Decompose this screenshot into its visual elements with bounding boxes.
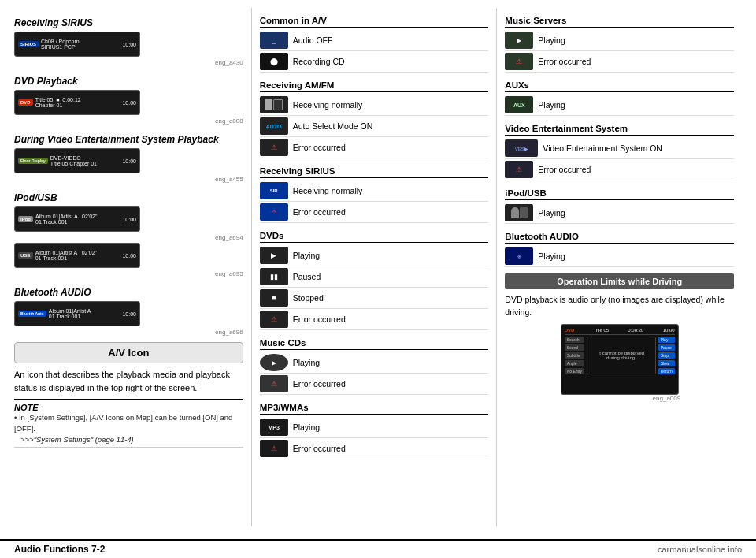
- aux-row-0: AUX Playing: [505, 95, 734, 116]
- dvd-info: Title 05 ■ 0:00:12Chapter 01: [35, 97, 81, 108]
- op-limits-box: Operation Limits while Driving: [505, 273, 734, 289]
- av-icon-box: A/V Icon: [14, 342, 243, 363]
- ves-err-icon: ⚠: [516, 166, 522, 173]
- dvds-row-1: ▮▮ Paused: [260, 266, 489, 288]
- dvd-op-logo: DVD: [565, 328, 575, 333]
- section-common-av-title: Common in A/V: [260, 16, 489, 28]
- dvd-op-time: 0:00:20: [628, 328, 643, 333]
- usb-logo: USB: [18, 252, 33, 259]
- icon-rec-cd: ⬤: [260, 53, 288, 70]
- ipod-logo: iPod: [18, 216, 33, 222]
- screen-video: Floor Display DVD-VIDEOTitle 05 Chapter …: [14, 148, 140, 173]
- ipod-usb-row-0: Playing: [505, 203, 734, 224]
- ves-desc-1: Error occurred: [538, 165, 591, 174]
- icon-dvd-err: ⚠: [260, 311, 288, 328]
- dvd-op-titleinfo: Title 05: [594, 328, 609, 333]
- musiccd-row-1: ⚠ Error occurred: [260, 374, 489, 395]
- section-musiccd-title: Music CDs: [260, 338, 489, 350]
- section-mp3-title: MP3/WMAs: [260, 403, 489, 415]
- av-icon-body: An icon that describes the playback medi…: [14, 368, 243, 394]
- eng-video: eng_a455: [14, 176, 243, 183]
- dvds-row-2: ■ Stopped: [260, 288, 489, 309]
- dvd-op-header: DVD Title 05 0:00:20 10:00: [565, 328, 675, 335]
- dvd-pause-icon: ▮▮: [270, 273, 278, 281]
- icon-ms-err: ⚠: [505, 53, 533, 70]
- op-limits-body: DVD playback is audio only (no images ar…: [505, 294, 734, 319]
- video-logo: Floor Display: [18, 158, 48, 164]
- dvds-desc-0: Playing: [293, 251, 320, 260]
- eng-bt: eng_a696: [14, 329, 243, 336]
- icon-dvd-pause: ▮▮: [260, 268, 288, 285]
- btn-return: Return: [658, 368, 675, 374]
- bt-logo: Bluetth Auto: [18, 311, 46, 317]
- section-bt-audio-title: Bluetooth AUDIO: [505, 232, 734, 244]
- dvd-logo: DVD: [18, 99, 33, 106]
- dvd-op-center-text: It cannot be displayedduring driving.: [598, 351, 644, 360]
- menu-sound: Sound: [565, 344, 584, 351]
- bt-audio-row-0: ⎈ Playing: [505, 246, 734, 267]
- screen-ipod: iPod Album 01|Artist A 02'02"01 Track 00…: [14, 206, 140, 232]
- sirius-logo: SIRIUS: [18, 41, 39, 47]
- menu-search: Search: [565, 337, 584, 343]
- mp3-err-icon: ⚠: [271, 445, 277, 452]
- screen-bt: Bluetth Auto Album 01|Artist A01 Track 0…: [14, 301, 140, 326]
- ms-row-0: ▶ Playing: [505, 30, 734, 51]
- sirius-normal-icon: SIR: [270, 188, 278, 193]
- dvd-op-menu: Search Sound Subtitle Angle No Entry: [565, 337, 584, 374]
- av-icon-title: A/V Icon: [108, 347, 149, 359]
- dvd-err-icon: ⚠: [271, 315, 277, 323]
- op-limits-title: Operation Limits while Driving: [557, 277, 682, 286]
- video-time: 10:00: [122, 158, 136, 164]
- common-av-row-1: ⬤ Recording CD: [260, 51, 489, 73]
- video-info: DVD-VIDEOTitle 05 Chapter 01: [50, 155, 97, 166]
- section-auxs-title: AUXs: [505, 80, 734, 92]
- section-receiving-sirius-title: Receiving SIRIUS: [14, 17, 243, 28]
- auto-icon: AUTO: [266, 124, 282, 129]
- section-rec-sirius-title: Receiving SIRIUS: [260, 166, 489, 178]
- ipod-info: Album 01|Artist A 02'02"01 Track 001: [35, 214, 97, 225]
- rec-cd-icon: ⬤: [270, 58, 278, 65]
- common-av-desc-0: Audio OFF: [293, 35, 333, 45]
- dvds-row-3: ⚠ Error occurred: [260, 309, 489, 330]
- recsirius-desc-0: Receiving normally: [293, 186, 363, 195]
- common-av-desc-1: Recording CD: [293, 57, 345, 66]
- ms-row-1: ⚠ Error occurred: [505, 51, 734, 73]
- dvd-play-icon: ▶: [271, 251, 276, 259]
- icon-ms-play: ▶: [505, 32, 533, 49]
- eng-ipod1: eng_a694: [14, 234, 243, 241]
- common-av-row-0: ⎯ Audio OFF: [260, 30, 489, 51]
- amfm-desc-0: Receiving normally: [293, 100, 363, 110]
- recsirius-row-1: ⚠ Error occurred: [260, 202, 489, 223]
- ms-desc-0: Playing: [538, 35, 565, 45]
- ipod-time: 10:00: [122, 217, 136, 222]
- screen-usb: USB Album 01|Artist A 02'02"01 Track 001…: [14, 243, 140, 268]
- audio-off-icon: ⎯: [272, 36, 276, 44]
- amfm-row-2: ⚠ Error occurred: [260, 137, 489, 158]
- cd-play-icon: ▶: [272, 359, 276, 366]
- recsirius-row-0: SIR Receiving normally: [260, 180, 489, 202]
- eng-op: eng_a009: [558, 395, 680, 402]
- cd-err-icon: ⚠: [271, 380, 277, 388]
- musiccd-row-0: ▶ Playing: [260, 352, 489, 374]
- amfm-desc-2: Error occurred: [293, 143, 346, 152]
- bottom-bar: Audio Functions 7-2 carmanualsonline.inf…: [0, 539, 756, 558]
- mp3-row-0: MP3 Playing: [260, 417, 489, 438]
- amfm-desc-1: Auto Select Mode ON: [293, 121, 373, 131]
- screen-sirius: SIRIUS Ch08 / PopcornSIRIUS1 PCP 10:00: [14, 32, 140, 57]
- ves-on-icon: VES▶: [515, 146, 528, 151]
- musiccd-desc-0: Playing: [293, 358, 320, 367]
- main-columns: Receiving SIRIUS SIRIUS Ch08 / PopcornSI…: [14, 8, 742, 526]
- bt-info: Album 01|Artist A01 Track 001: [49, 308, 91, 319]
- icon-dvd-play: ▶: [260, 247, 288, 264]
- btn-pause: Pause: [658, 344, 675, 351]
- column-1: Receiving SIRIUS SIRIUS Ch08 / PopcornSI…: [14, 8, 252, 526]
- icon-audio-off: ⎯: [260, 32, 288, 49]
- bt-audio-play-icon: ⎈: [517, 252, 521, 260]
- section-music-servers-title: Music Servers: [505, 16, 734, 28]
- section-bt-title: Bluetooth AUDIO: [14, 287, 243, 298]
- ms-err-icon: ⚠: [516, 58, 522, 65]
- mp3-desc-0: Playing: [293, 422, 320, 432]
- dvd-op-screen: DVD Title 05 0:00:20 10:00 Search Sound …: [561, 324, 679, 395]
- page: Receiving SIRIUS SIRIUS Ch08 / PopcornSI…: [0, 0, 756, 558]
- sirius-err-icon: ⚠: [271, 208, 277, 216]
